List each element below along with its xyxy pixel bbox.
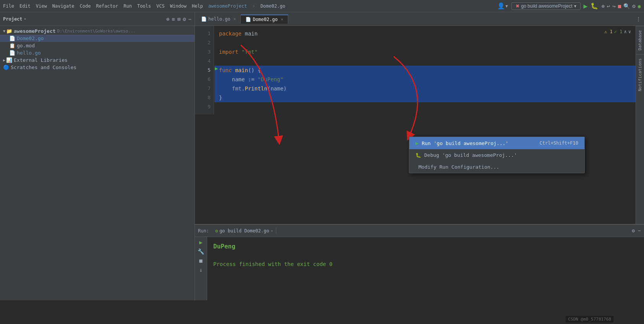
project-folder-path: D:\Environment\GoWorks\aweso...: [57, 29, 136, 34]
tree-item-hello[interactable]: 📄 hello.go: [0, 49, 195, 56]
menu-project[interactable]: awesomeProject: [208, 3, 247, 9]
tree-item-dome02[interactable]: 📄 Dome02.go: [0, 35, 195, 42]
run-config-button[interactable]: ✖ go build awesomeProject ▾: [511, 2, 580, 10]
menu-code[interactable]: Code: [80, 3, 91, 9]
ctx-debug-label: Debug 'go build awesomeProj...': [424, 152, 575, 158]
project-dropdown-icon[interactable]: ▾: [24, 17, 26, 21]
tree-item-scratches[interactable]: 🔵 Scratches and Consoles: [0, 64, 195, 71]
line-num-2: 2: [195, 38, 214, 47]
run-panel-minimize-icon[interactable]: −: [638, 228, 641, 234]
code-content[interactable]: package main import "fmt" func main() { …: [214, 26, 636, 224]
tree-arrow-awesome[interactable]: ▼: [3, 29, 5, 33]
menu-run[interactable]: Run: [123, 3, 132, 9]
go-file-icon-dome02: 📄: [9, 35, 15, 41]
ok-badge[interactable]: ✓ 1: [614, 29, 623, 34]
ctx-run-label: Run 'go build awesomeProj...': [422, 140, 536, 146]
stop-icon[interactable]: ■: [618, 3, 621, 9]
ext-lib-icon: 📊: [6, 57, 12, 63]
run-indicator: ▶: [215, 66, 220, 71]
go-file-icon-hello: 📄: [9, 50, 15, 56]
run-play-icon[interactable]: ▶: [199, 239, 202, 245]
tree-item-gomod[interactable]: 📋 go.mod: [0, 42, 195, 49]
run-tab-close[interactable]: ✕: [271, 229, 273, 233]
menu-file-name[interactable]: Dome02.go: [260, 3, 285, 9]
ctx-run-shortcut: Ctrl+Shift+F10: [540, 140, 578, 146]
sidebar-collapse-icon[interactable]: ≡: [172, 16, 175, 22]
line-numbers: 1 2 3 4 5 6 7 8 9: [195, 26, 214, 114]
run-button[interactable]: ▶: [584, 2, 588, 10]
sidebar-header: Project ▾ ⊕ ≡ ⊞ ⚙ −: [0, 12, 195, 26]
menu-bar[interactable]: File Edit View Navigate Code Refactor Ru…: [3, 3, 285, 9]
gomod-label: go.mod: [17, 43, 35, 48]
code-line-1: package main: [219, 29, 631, 38]
menu-refactor[interactable]: Refactor: [96, 3, 118, 9]
dome02-label: Dome02.go: [17, 35, 44, 41]
settings-icon[interactable]: ⚙: [632, 3, 635, 9]
plugin-icon[interactable]: ◉: [638, 3, 641, 9]
tree-item-external-libs[interactable]: ▶ 📊 External Libraries: [0, 56, 195, 64]
dome02-tab-icon: 📄: [245, 17, 251, 22]
project-folder-label: awesomeProject: [14, 28, 56, 34]
run-panel-settings-icon[interactable]: ⚙: [632, 228, 635, 234]
sidebar-target-icon[interactable]: ⊕: [166, 16, 169, 22]
folder-icon: 📁: [6, 28, 12, 34]
nav-down-icon[interactable]: ∨: [628, 29, 631, 34]
tab-hello-go[interactable]: 📄 hello.go ✕: [196, 15, 241, 23]
coverage-icon[interactable]: ⊕: [601, 3, 604, 9]
run-panel: Run: ⚙ go build Dome02.go ✕ ⚙ − ▶ 🔧 ■ ↓: [195, 224, 644, 300]
sidebar-minimize-icon[interactable]: −: [188, 16, 191, 22]
menu-file[interactable]: File: [3, 3, 14, 9]
hello-tab-close[interactable]: ✕: [234, 16, 236, 21]
tree-item-awesome-project[interactable]: ▼ 📁 awesomeProject D:\Environment\GoWork…: [0, 27, 195, 35]
sidebar-settings-icon[interactable]: ⚙: [183, 16, 186, 22]
tab-more-button[interactable]: ⋮: [633, 16, 644, 22]
menu-help[interactable]: Help: [192, 3, 203, 9]
menu-edit[interactable]: Edit: [19, 3, 31, 9]
code-line-4: [219, 56, 631, 66]
ctx-modify-item[interactable]: Modify Run Configuration...: [409, 161, 584, 173]
run-wrench-icon[interactable]: 🔧: [198, 248, 204, 255]
output-process: Process finished with the exit code 0: [213, 260, 638, 268]
line-num-4: 4: [195, 56, 214, 66]
sidebar-filter-icon[interactable]: ⊞: [177, 16, 180, 22]
tab-dome02-go[interactable]: 📄 Dome02.go ✕: [241, 15, 288, 24]
toolbar-icons[interactable]: ⊕ ↩ ↪ ■ 🔍 ⚙ ◉: [601, 3, 641, 9]
menu-vcs[interactable]: VCS: [156, 3, 165, 9]
right-sidebar: Database Notifications: [636, 26, 644, 224]
breadcrumb-right: 👤▾ ✖ go build awesomeProject ▾ ▶ 🐛 ⊕ ↩ ↪…: [497, 2, 641, 10]
right-tab-notifications[interactable]: Notifications: [636, 54, 644, 95]
code-line-2: [219, 38, 631, 47]
menu-view[interactable]: View: [36, 3, 47, 9]
ctx-run-icon: ▶: [415, 140, 419, 146]
ctx-debug-item[interactable]: 🐛 Debug 'go build awesomeProj...': [409, 149, 584, 161]
context-menu: ▶ Run 'go build awesomeProj...' Ctrl+Shi…: [409, 137, 585, 173]
run-config-error-icon: ✖: [516, 3, 519, 9]
menu-window[interactable]: Window: [170, 3, 187, 9]
account-icon[interactable]: 👤▾: [497, 2, 509, 10]
main-layout: Project ▾ ⊕ ≡ ⊞ ⚙ − ▼ 📁 awesomeProject D…: [0, 12, 644, 300]
nav-up-icon[interactable]: ∧: [624, 29, 627, 34]
code-editor[interactable]: 1 2 3 4 5 6 7 8 9 ▶ package main import …: [195, 26, 636, 224]
search-icon[interactable]: 🔍: [623, 3, 630, 9]
code-line-9: [219, 102, 631, 111]
tree-arrow-ext[interactable]: ▶: [3, 58, 5, 62]
editor-info-bar: ⚠ 1 ✓ 1 ∧ ∨: [604, 29, 631, 34]
warning-badge[interactable]: ⚠ 1: [604, 29, 613, 34]
sidebar-title[interactable]: Project ▾: [3, 16, 26, 22]
run-panel-tab[interactable]: ⚙ go build Dome02.go ✕: [212, 227, 276, 234]
run-stop-icon[interactable]: ■: [199, 258, 202, 264]
debug-button[interactable]: 🐛: [590, 2, 598, 10]
run-panel-actions: ⚙ −: [632, 228, 641, 234]
rerun2-icon[interactable]: ↪: [612, 3, 615, 9]
dome02-tab-close[interactable]: ✕: [281, 17, 283, 22]
output-dupeng: DuPeng: [213, 242, 638, 251]
ctx-modify-label: Modify Run Configuration...: [419, 164, 575, 170]
ctx-run-item[interactable]: ▶ Run 'go build awesomeProj...' Ctrl+Shi…: [409, 137, 584, 149]
rerun-icon[interactable]: ↩: [607, 3, 610, 9]
menu-tools[interactable]: Tools: [137, 3, 151, 9]
run-panel-header: Run: ⚙ go build Dome02.go ✕ ⚙ −: [195, 225, 644, 237]
menu-navigate[interactable]: Navigate: [52, 3, 75, 9]
sidebar-actions: ⊕ ≡ ⊞ ⚙ −: [166, 16, 191, 22]
run-scroll-icon[interactable]: ↓: [199, 267, 202, 273]
right-tab-database[interactable]: Database: [636, 26, 644, 54]
